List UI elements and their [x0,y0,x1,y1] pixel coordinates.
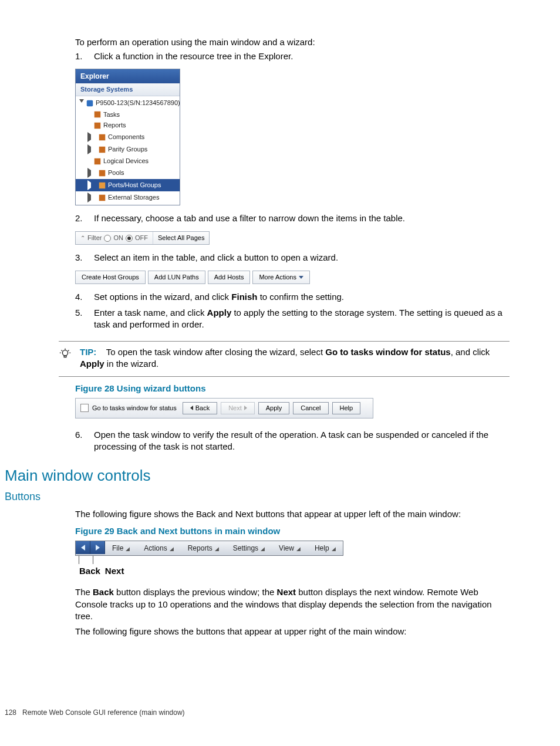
tree-item-ldevs[interactable]: Logical Devices [76,156,180,167]
tree-item-reports[interactable]: Reports [76,120,180,131]
tree-label: Logical Devices [103,157,149,166]
tip-bold: Apply [80,359,104,369]
next-button: Next [221,402,255,414]
btn-label: More Actions [259,273,296,282]
list-number: 6. [75,429,94,453]
tree-label: P9500-123(S/N:1234567890) [96,99,180,107]
expand-icon[interactable] [87,180,96,190]
expand-icon[interactable] [87,132,96,142]
expand-icon[interactable] [87,144,96,154]
on-label: ON [113,234,123,242]
go-to-tasks-checkbox[interactable] [80,404,89,412]
btn-label: Create Host Groups [82,273,139,282]
back-next-paragraph: The Back button displays the previous wi… [75,586,510,622]
tree-item-tasks[interactable]: Tasks [76,109,180,120]
intro-line: To perform an operation using the main w… [75,36,510,48]
svg-rect-3 [99,134,106,140]
btn-label: Back [195,404,210,413]
apply-button[interactable]: Apply [258,402,290,414]
btn-label: Apply [266,404,282,413]
svg-point-9 [62,350,68,356]
tree-label: Tasks [103,110,120,119]
list-number: 2. [75,212,94,224]
collapse-icon[interactable]: ⌃ [80,234,85,242]
tip-text: To open the task window after closing th… [106,347,326,357]
reports-icon [93,121,102,130]
components-icon [98,133,106,141]
tree-item-pools[interactable]: Pools [76,167,180,179]
explorer-panel: Explorer Storage Systems P9500-123(S/N:1… [75,69,180,206]
more-actions-button[interactable]: More Actions [252,271,310,284]
tree-label: Pools [108,168,124,177]
back-arrow-icon [81,545,85,551]
svg-rect-2 [95,123,101,129]
explorer-subtitle: Storage Systems [76,83,180,96]
filter-on-radio[interactable] [104,235,111,242]
btn-label: Next [228,404,242,413]
select-all-label: Select All Pages [158,234,205,242]
action-toolbar: Create Host Groups Add LUN Paths Add Hos… [75,271,310,284]
expand-icon[interactable] [79,99,84,108]
tip-block: TIP: To open the task window after closi… [59,341,510,377]
back-button[interactable]: Back [183,402,217,414]
menu-actions[interactable]: Actions◢ [137,541,180,555]
menu-settings[interactable]: Settings◢ [226,541,272,555]
nav-next-button[interactable] [90,541,105,554]
add-lun-paths-button[interactable]: Add LUN Paths [148,271,205,284]
ldev-icon [93,157,102,166]
tree-label: Parity Groups [108,145,147,154]
tip-bold: Go to tasks window for status [325,347,450,357]
help-button[interactable]: Help [332,402,361,414]
btn-label: Add LUN Paths [154,273,199,282]
buttons-intro: The following figure shows the Back and … [75,508,510,520]
svg-rect-5 [95,158,101,164]
tip-text: in the wizard. [104,359,159,369]
tree-label: Components [108,133,144,141]
dropdown-icon [299,276,303,279]
btn-label: Help [340,404,353,413]
menu-help[interactable]: Help◢ [308,541,343,555]
wizard-button-bar: Go to tasks window for status Back Next … [75,398,373,418]
svg-rect-6 [99,170,106,176]
svg-rect-0 [87,100,93,106]
expand-icon[interactable] [87,193,96,202]
section-buttons: Buttons [5,490,510,504]
section-main-window-controls: Main window controls [5,465,510,486]
filter-toolbar: ⌃ Filter ON OFF Select All Pages [75,231,210,245]
page-footer: 128 Remote Web Console GUI reference (ma… [5,708,510,717]
menu-view[interactable]: View◢ [272,541,308,555]
select-all-button[interactable]: Select All Pages [153,232,210,244]
tree-root[interactable]: P9500-123(S/N:1234567890) [76,97,180,109]
tip-icon [59,347,72,360]
tree-label: Ports/Host Groups [108,181,161,190]
next-arrow-icon [96,545,100,551]
svg-rect-7 [99,182,106,188]
figure-29-caption: Figure 29 Back and Next buttons in main … [75,525,510,537]
list-number: 3. [75,252,94,264]
menu-file[interactable]: File◢ [105,541,137,555]
tree-item-components[interactable]: Components [76,131,180,143]
checkbox-label: Go to tasks window for status [92,404,177,413]
step-6: Open the task window to verify the resul… [94,429,510,453]
menu-reports[interactable]: Reports◢ [181,541,226,555]
list-number: 4. [75,291,94,303]
expand-icon[interactable] [87,168,96,178]
step-2: If necessary, choose a tab and use a fil… [94,212,510,224]
parity-icon [98,146,106,154]
tree-item-parity[interactable]: Parity Groups [76,143,180,156]
list-number: 1. [75,50,94,62]
tree-item-external[interactable]: External Storages [76,191,180,204]
add-hosts-button[interactable]: Add Hosts [208,271,251,284]
create-host-groups-button[interactable]: Create Host Groups [75,271,146,284]
ports-icon [98,181,106,190]
tip-label: TIP: [80,347,96,357]
off-label: OFF [135,234,148,242]
storage-icon [86,99,94,107]
tree-item-ports[interactable]: Ports/Host Groups [76,179,180,191]
back-arrow-icon [190,406,193,410]
btn-label: Add Hosts [214,273,244,282]
cancel-button[interactable]: Cancel [293,402,328,414]
nav-back-button[interactable] [76,541,90,554]
filter-off-radio[interactable] [126,235,133,242]
tree-label: Reports [103,121,126,130]
